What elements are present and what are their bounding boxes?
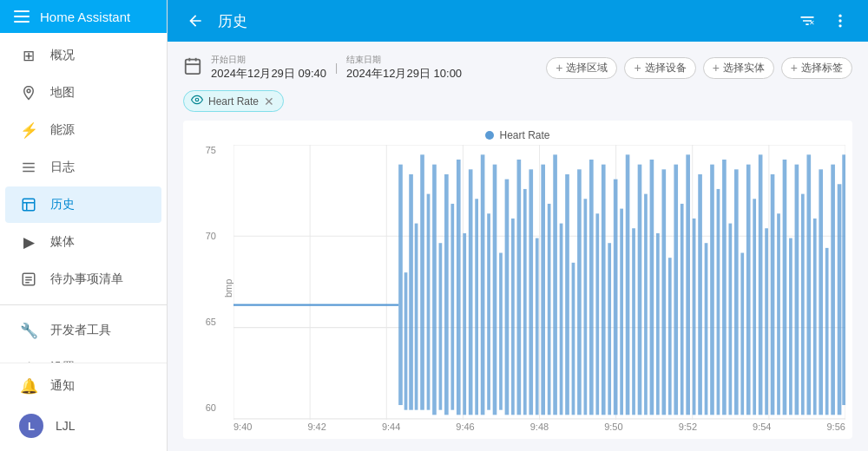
add-tag-chip[interactable]: + 选择标签 [781, 57, 852, 79]
sidebar-label-devtools: 开发者工具 [50, 323, 111, 338]
logbook-icon [19, 158, 38, 177]
sidebar-label-map: 地图 [50, 85, 75, 101]
sidebar-item-energy[interactable]: ⚡ 能源 [5, 112, 161, 148]
svg-rect-38 [404, 272, 408, 409]
svg-rect-56 [511, 219, 515, 415]
sidebar-item-history[interactable]: 历史 [5, 186, 161, 223]
map-icon [19, 83, 38, 102]
svg-text:✕: ✕ [809, 19, 815, 27]
x-tick-940: 9:40 [233, 422, 252, 432]
svg-rect-89 [710, 165, 714, 415]
svg-rect-80 [656, 233, 660, 415]
legend-dot [485, 131, 494, 140]
svg-rect-60 [536, 239, 539, 415]
menu-icon[interactable] [12, 7, 31, 26]
sidebar-bottom: 🔔 通知 L LJL [0, 363, 167, 451]
x-tick-950: 9:50 [604, 422, 622, 432]
svg-rect-49 [469, 169, 473, 415]
end-date-field[interactable]: 结束日期 2024年12月29日 10:00 [346, 54, 462, 82]
end-date-value: 2024年12月29日 10:00 [346, 66, 462, 82]
sidebar-item-overview[interactable]: ⊞ 概况 [5, 37, 161, 74]
x-tick-952: 9:52 [679, 422, 697, 432]
sidebar-item-logbook[interactable]: 日志 [5, 149, 161, 186]
start-date-field[interactable]: 开始日期 2024年12月29日 09:40 [211, 54, 326, 82]
svg-rect-88 [705, 243, 708, 415]
svg-rect-44 [439, 243, 443, 409]
chart-svg [233, 145, 845, 420]
sidebar-item-map[interactable]: 地图 [5, 75, 161, 111]
more-button[interactable] [826, 7, 854, 35]
heart-rate-chip-close[interactable]: ✕ [264, 95, 274, 108]
sidebar-item-user[interactable]: L LJL [5, 405, 161, 447]
svg-rect-42 [427, 194, 431, 410]
x-tick-946: 9:46 [456, 422, 474, 432]
sidebar-item-notifications[interactable]: 🔔 通知 [5, 368, 161, 404]
chart-inner: 9:40 9:42 9:44 9:46 9:48 9:50 9:52 9:54 … [233, 145, 845, 432]
svg-rect-51 [481, 154, 485, 415]
y-axis: 75 70 65 60 [190, 145, 221, 432]
svg-point-3 [27, 89, 30, 93]
svg-rect-84 [681, 204, 684, 415]
svg-rect-54 [499, 253, 503, 410]
svg-rect-73 [614, 180, 618, 415]
sidebar-item-media[interactable]: ▶ 媒体 [5, 224, 161, 260]
svg-rect-102 [789, 239, 792, 415]
app-title: Home Assistant [40, 10, 130, 24]
svg-rect-82 [668, 258, 672, 415]
heart-rate-filter-chip[interactable]: Heart Rate ✕ [183, 90, 284, 112]
sidebar: Home Assistant ⊞ 概况 地图 ⚡ 能源 [0, 0, 168, 451]
add-device-chip[interactable]: + 选择设备 [624, 57, 695, 79]
svg-rect-77 [638, 165, 642, 415]
svg-rect-50 [475, 199, 478, 415]
svg-rect-106 [813, 219, 817, 415]
start-date-value: 2024年12月29日 09:40 [211, 66, 326, 82]
svg-rect-94 [740, 253, 744, 415]
add-area-chip[interactable]: + 选择区域 [546, 57, 617, 79]
svg-rect-58 [523, 189, 527, 415]
sidebar-item-settings[interactable]: ⚙ 设置 [5, 350, 161, 363]
svg-rect-70 [595, 213, 599, 415]
filter-row: 开始日期 2024年12月29日 09:40 | 结束日期 2024年12月29… [183, 54, 852, 82]
sidebar-item-todo[interactable]: 待办事项清单 [5, 261, 161, 297]
overview-icon: ⊞ [19, 46, 38, 65]
svg-rect-46 [450, 204, 454, 410]
svg-rect-48 [463, 233, 466, 415]
svg-rect-1 [14, 16, 30, 17]
svg-rect-107 [819, 169, 823, 415]
active-filters: Heart Rate ✕ [183, 90, 852, 112]
svg-rect-75 [626, 154, 630, 415]
svg-point-22 [195, 98, 199, 101]
y-tick-70: 70 [206, 231, 216, 241]
sidebar-label-energy: 能源 [50, 122, 75, 138]
heart-rate-chip-label: Heart Rate [208, 95, 259, 108]
sidebar-label-todo: 待办事项清单 [50, 271, 123, 287]
x-tick-942: 9:42 [307, 422, 326, 432]
svg-rect-47 [457, 160, 461, 415]
y-axis-label: bmp [221, 145, 233, 432]
svg-point-15 [838, 15, 841, 17]
add-entity-chip[interactable]: + 选择实体 [703, 57, 774, 79]
svg-rect-2 [14, 21, 30, 23]
date-separator: | [335, 62, 338, 74]
svg-rect-61 [541, 165, 545, 415]
topbar: 历史 ✕ [168, 0, 868, 42]
svg-point-17 [838, 24, 841, 27]
sidebar-item-devtools[interactable]: 🔧 开发者工具 [5, 312, 161, 349]
svg-rect-59 [529, 169, 533, 415]
sidebar-label-notifications: 通知 [50, 378, 75, 394]
notifications-icon: 🔔 [19, 376, 38, 395]
svg-rect-78 [644, 194, 648, 415]
back-button[interactable] [181, 7, 209, 35]
topbar-actions: ✕ [793, 7, 854, 35]
y-tick-65: 65 [206, 317, 216, 327]
svg-rect-87 [698, 174, 702, 415]
date-group: 开始日期 2024年12月29日 09:40 | 结束日期 2024年12月29… [183, 54, 462, 82]
svg-rect-101 [783, 160, 787, 415]
devtools-icon: 🔧 [19, 321, 38, 340]
end-date-label: 结束日期 [346, 54, 462, 66]
svg-rect-93 [734, 169, 739, 415]
energy-icon: ⚡ [19, 121, 38, 140]
svg-rect-45 [444, 174, 449, 415]
svg-rect-108 [825, 248, 829, 415]
filter-button[interactable]: ✕ [793, 7, 821, 35]
